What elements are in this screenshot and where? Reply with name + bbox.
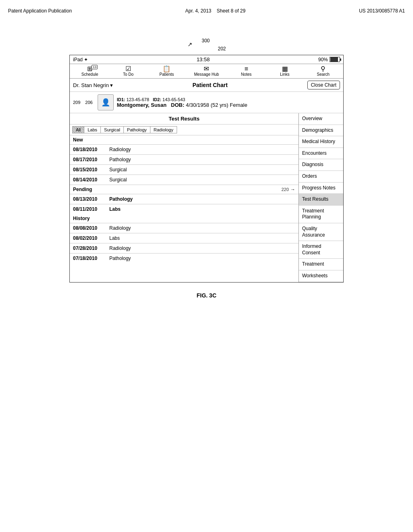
label-206-text: 206 [85, 100, 92, 105]
id2-label: ID2: [153, 97, 161, 102]
doctor-dropdown-icon: ▾ [110, 82, 113, 88]
table-row[interactable]: 08/18/2010 Radiology [70, 144, 298, 154]
group-label-new: New [70, 135, 298, 144]
nav-bar: ⊞ 13 Schedule ☑ To Do 📋 Patients ✉ Messa… [70, 64, 343, 79]
table-row[interactable]: 08/13/2010 Pathology [70, 194, 298, 204]
sidebar-item-treatment[interactable]: Treatment [299, 259, 343, 270]
sidebar-item-diagnosis[interactable]: Diagnosis [299, 159, 343, 171]
label-220: 220 [282, 187, 289, 192]
sidebar-item-treatment-planning[interactable]: Treatment Planning [299, 206, 343, 223]
sidebar-item-progress-notes[interactable]: Progress Notes [299, 183, 343, 194]
nav-item-schedule[interactable]: ⊞ 13 Schedule [79, 66, 101, 77]
search-icon: ⚲ [321, 66, 325, 72]
right-panel: Overview Demographics Medical History En… [299, 113, 343, 282]
id1-value: 123-45-678 [127, 97, 149, 102]
table-row[interactable]: 08/02/2010 Labs [70, 233, 298, 243]
todo-label: To Do [123, 72, 133, 77]
status-bar: iPad ✦ 13:58 90% [70, 55, 343, 64]
sidebar-item-informed-consent[interactable]: Informed Consent [299, 241, 343, 259]
chart-title: Patient Chart [113, 82, 307, 88]
patient-name: Montgomery, Susan DOB: 4/30/1958 (52 yrs… [117, 102, 247, 108]
filter-tab-radiology[interactable]: Radiology [150, 126, 177, 133]
patient-details: ID1: 123-45-678 ID2: 143-65-543 Montgome… [117, 97, 247, 108]
close-chart-button[interactable]: Close Chart [307, 81, 340, 89]
dob-value: 4/30/1958 (52 yrs) Female [186, 102, 247, 108]
table-row[interactable]: 07/18/2010 Pathology [70, 253, 298, 263]
page-wrapper: Patent Application Publication Apr. 4, 2… [0, 0, 413, 532]
filter-tab-all[interactable]: All [72, 126, 84, 133]
main-content: Test Results All Labs Surgical Pathology… [70, 113, 343, 282]
status-bar-left: iPad ✦ [73, 57, 88, 62]
battery-fill [330, 57, 338, 62]
todo-icon: ☑ [125, 66, 131, 72]
message-hub-label: Message Hub [194, 72, 219, 77]
bottom-padding [70, 263, 298, 270]
battery-icon [330, 57, 340, 62]
patients-label: Patients [159, 72, 174, 77]
status-bar-right: 90% [318, 57, 340, 62]
table-row[interactable]: 08/14/2010 Surgical [70, 175, 298, 185]
arrow-300-icon: ↗ [188, 41, 192, 48]
table-row[interactable]: 07/28/2010 Radiology [70, 243, 298, 253]
patent-header-left: Patent Application Publication [8, 8, 72, 14]
notes-icon: ≡ [244, 66, 248, 72]
sidebar-item-quality-assurance[interactable]: Quality Assurance [299, 223, 343, 241]
nav-item-links[interactable]: ▦ Links [274, 66, 296, 77]
links-icon: ▦ [282, 66, 288, 72]
patient-name-text: Montgomery, Susan [117, 102, 167, 108]
nav-item-patients[interactable]: 📋 Patients [156, 66, 178, 77]
sidebar-item-encounters[interactable]: Encounters [299, 148, 343, 160]
table-row[interactable]: 08/11/2010 Labs [70, 204, 298, 214]
sidebar-item-test-results[interactable]: Test Results [299, 194, 343, 206]
filter-tabs: All Labs Surgical Pathology Radiology [70, 125, 298, 135]
left-panel: Test Results All Labs Surgical Pathology… [70, 113, 299, 282]
ipad-label: iPad ✦ [73, 57, 88, 62]
id2-value: 143-65-543 [163, 97, 185, 102]
device-container: iPad ✦ 13:58 90% ⊞ 13 Schedule ☑ To Do [69, 55, 344, 283]
diagram-labels: ↗ 300 202 [8, 38, 405, 54]
figure-label: FIG. 3C [8, 292, 405, 299]
sidebar-item-worksheets[interactable]: Worksheets [299, 270, 343, 282]
filter-tab-labs[interactable]: Labs [84, 126, 101, 133]
nav-item-search[interactable]: ⚲ Search [312, 66, 334, 77]
nav-item-notes[interactable]: ≡ Notes [235, 66, 257, 77]
dob-label: DOB: [171, 102, 184, 108]
label-209: 209 [73, 100, 80, 105]
chart-header: Dr. Stan Negrin ▾ Patient Chart Close Ch… [70, 79, 343, 92]
table-row[interactable]: 08/15/2010 Surgical [70, 164, 298, 175]
patient-info-bar: 209 206 👤 ID1: 123-45-678 ID2: 143-65-54… [70, 92, 343, 113]
patient-photo: 👤 [98, 94, 114, 110]
nav-item-todo[interactable]: ☑ To Do [117, 66, 139, 77]
sidebar-item-orders[interactable]: Orders [299, 171, 343, 183]
pending-row: Pending 220 → [70, 185, 298, 194]
schedule-label: Schedule [81, 72, 98, 77]
patent-header-center: Apr. 4, 2013 Sheet 8 of 29 [185, 8, 245, 14]
links-label: Links [280, 72, 289, 77]
battery-tip [340, 58, 341, 61]
sidebar-item-overview[interactable]: Overview [299, 113, 343, 125]
patient-ids: ID1: 123-45-678 ID2: 143-65-543 [117, 97, 247, 102]
battery-percent: 90% [318, 57, 328, 62]
sidebar-item-demographics[interactable]: Demographics [299, 125, 343, 137]
table-row[interactable]: 08/17/2010 Pathology [70, 154, 298, 164]
group-label-pending: Pending [73, 187, 282, 192]
doctor-name[interactable]: Dr. Stan Negrin ▾ [73, 82, 113, 88]
nav-item-message-hub[interactable]: ✉ Message Hub [194, 66, 219, 77]
label-300: 300 [202, 38, 210, 44]
arrow-220-icon: → [290, 187, 295, 192]
patent-header-right: US 2013/0085778 A1 [359, 8, 405, 14]
search-label: Search [317, 72, 330, 77]
label-202: 202 [218, 46, 226, 52]
message-hub-icon: ✉ [204, 66, 209, 72]
notes-label: Notes [241, 72, 252, 77]
table-row[interactable]: 08/08/2010 Radiology [70, 223, 298, 233]
schedule-badge: 13 [92, 65, 98, 69]
patients-icon: 📋 [163, 66, 171, 72]
filter-tab-surgical[interactable]: Surgical [101, 126, 124, 133]
filter-tab-pathology[interactable]: Pathology [124, 126, 150, 133]
group-label-history: History [70, 214, 298, 223]
id1-label: ID1: [117, 97, 125, 102]
patent-header: Patent Application Publication Apr. 4, 2… [8, 8, 405, 14]
patient-avatar-icon: 👤 [101, 98, 110, 107]
sidebar-item-medical-history[interactable]: Medical History [299, 136, 343, 148]
